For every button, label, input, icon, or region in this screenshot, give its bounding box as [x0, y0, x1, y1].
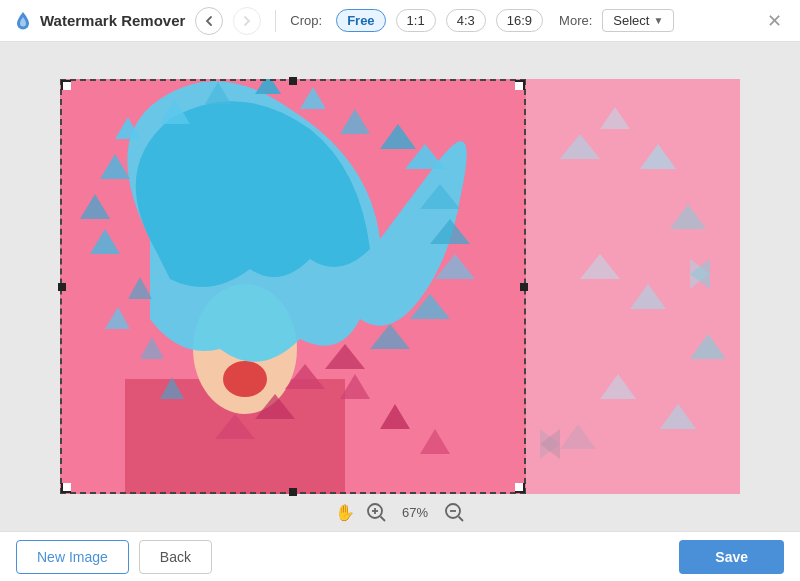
more-label: More:	[559, 13, 592, 28]
pan-tool-icon[interactable]: ✋	[335, 503, 355, 522]
forward-nav-button[interactable]	[233, 7, 261, 35]
new-image-button[interactable]: New Image	[16, 540, 129, 574]
svg-point-5	[223, 361, 267, 397]
image-container[interactable]	[60, 79, 740, 494]
crop-free-button[interactable]: Free	[336, 9, 385, 32]
back-nav-button[interactable]	[195, 7, 223, 35]
zoom-out-icon[interactable]	[443, 501, 465, 523]
app-title: Watermark Remover	[40, 12, 185, 29]
title-bar: Watermark Remover Crop: Free 1:1 4:3 16:…	[0, 0, 800, 42]
zoom-level-display: 67%	[397, 505, 433, 520]
crop-16x9-button[interactable]: 16:9	[496, 9, 543, 32]
chevron-down-icon: ▼	[653, 15, 663, 26]
back-button[interactable]: Back	[139, 540, 212, 574]
close-icon: ✕	[767, 10, 782, 32]
crop-1x1-button[interactable]: 1:1	[396, 9, 436, 32]
close-button[interactable]: ✕	[760, 7, 788, 35]
crop-4x3-button[interactable]: 4:3	[446, 9, 486, 32]
zoom-in-icon[interactable]	[365, 501, 387, 523]
canvas-area: ✋ 67%	[0, 42, 800, 531]
photo-canvas	[60, 79, 740, 494]
zoom-controls: ✋ 67%	[335, 501, 465, 523]
svg-line-50	[381, 517, 386, 522]
svg-line-53	[459, 517, 464, 522]
back-arrow-icon	[203, 15, 215, 27]
app-logo-icon	[12, 10, 34, 32]
app-logo: Watermark Remover	[12, 10, 185, 32]
toolbar-separator-1	[275, 10, 276, 32]
crop-label: Crop:	[290, 13, 322, 28]
save-button[interactable]: Save	[679, 540, 784, 574]
bottom-bar: New Image Back Save	[0, 531, 800, 581]
forward-arrow-icon	[241, 15, 253, 27]
select-dropdown[interactable]: Select ▼	[602, 9, 674, 32]
select-dropdown-label: Select	[613, 13, 649, 28]
